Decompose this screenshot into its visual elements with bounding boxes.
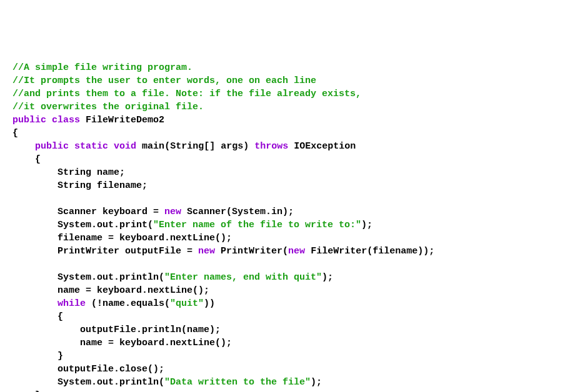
token-plain	[80, 115, 86, 125]
code-line: {	[12, 127, 568, 140]
code-line: outputFile.close();	[12, 363, 568, 376]
token-string: "Enter names, end with quit"	[164, 272, 322, 283]
token-keyword: while	[58, 298, 86, 309]
code-line: }	[12, 350, 568, 363]
code-line: PrintWriter outputFile = new PrintWriter…	[12, 245, 568, 258]
token-plain	[69, 141, 74, 152]
token-class: FileWriteDemo2	[86, 115, 164, 125]
token-comment: //and prints them to a file. Note: if th…	[12, 89, 361, 99]
token-plain: }	[12, 351, 63, 361]
token-plain: PrintWriter outputFile =	[12, 246, 198, 257]
token-plain: System.out.print(	[12, 220, 153, 230]
code-line: public class FileWriteDemo2	[12, 114, 568, 127]
code-line: //and prints them to a file. Note: if th…	[12, 87, 568, 100]
token-keyword: public	[35, 141, 69, 152]
token-plain: );	[361, 220, 372, 230]
token-plain	[12, 141, 35, 152]
token-plain: String filename;	[12, 180, 148, 191]
token-plain: System.out.println(	[12, 272, 164, 283]
token-plain: filename = keyboard.nextLine();	[12, 233, 232, 243]
token-comment: //It prompts the user to enter words, on…	[12, 76, 316, 86]
token-plain: Scanner keyboard =	[12, 207, 164, 217]
token-plain	[46, 115, 52, 125]
code-line: {	[12, 310, 568, 323]
token-plain: (String[] args)	[164, 141, 254, 152]
code-line: }	[12, 389, 568, 392]
token-plain: name = keyboard.nextLine();	[12, 285, 209, 296]
token-plain	[108, 141, 114, 152]
code-line	[12, 192, 568, 205]
code-line: //it overwrites the original file.	[12, 100, 568, 114]
code-line: //A simple file writing program.	[12, 61, 568, 74]
token-keyword: new	[198, 246, 215, 257]
token-plain: PrintWriter(	[215, 246, 288, 257]
token-plain	[136, 141, 142, 152]
token-plain: name = keyboard.nextLine();	[12, 338, 232, 348]
token-keyword: static	[74, 141, 108, 152]
token-plain: outputFile.println(name);	[12, 325, 221, 335]
token-plain: System.out.println(	[12, 377, 164, 388]
token-plain: (!name.equals(	[86, 298, 170, 309]
token-plain: Scanner(System.in);	[181, 207, 294, 217]
code-line: {	[12, 153, 568, 166]
token-keyword: void	[114, 141, 136, 152]
code-line: System.out.println("Enter names, end wit…	[12, 271, 568, 284]
token-plain: FileWriter(filename));	[305, 246, 434, 257]
token-method: main	[142, 141, 164, 152]
code-line: //It prompts the user to enter words, on…	[12, 74, 568, 87]
token-plain: outputFile.close();	[12, 364, 164, 375]
token-plain: ))	[204, 298, 215, 309]
token-string: "quit"	[170, 298, 204, 309]
token-plain: String name;	[12, 167, 125, 178]
token-plain: {	[12, 154, 41, 165]
token-keyword: new	[164, 207, 181, 217]
code-line: System.out.println("Data written to the …	[12, 376, 568, 389]
token-plain: );	[322, 272, 333, 283]
code-line: while (!name.equals("quit"))	[12, 297, 568, 310]
token-comment: //it overwrites the original file.	[12, 102, 204, 112]
code-block: //A simple file writing program.//It pro…	[12, 61, 568, 392]
code-line: public static void main(String[] args) t…	[12, 140, 568, 153]
token-keyword: new	[288, 246, 305, 257]
code-line: name = keyboard.nextLine();	[12, 284, 568, 297]
code-line: Scanner keyboard = new Scanner(System.in…	[12, 205, 568, 218]
token-keyword: public	[12, 115, 46, 125]
token-comment: //A simple file writing program.	[12, 62, 192, 73]
token-keyword: class	[52, 115, 80, 125]
code-line	[12, 258, 568, 271]
token-plain	[12, 298, 58, 309]
code-line: outputFile.println(name);	[12, 323, 568, 336]
token-string: "Data written to the file"	[164, 377, 311, 388]
code-line: String name;	[12, 166, 568, 179]
token-plain: {	[12, 128, 18, 139]
token-string: "Enter name of the file to write to:"	[153, 220, 361, 230]
token-keyword: throws	[254, 141, 288, 152]
code-line: String filename;	[12, 179, 568, 192]
code-line: filename = keyboard.nextLine();	[12, 232, 568, 245]
token-plain: {	[12, 311, 63, 322]
token-plain: );	[311, 377, 322, 388]
token-plain: IOException	[288, 141, 356, 152]
code-line: name = keyboard.nextLine();	[12, 336, 568, 350]
code-line: System.out.print("Enter name of the file…	[12, 218, 568, 232]
